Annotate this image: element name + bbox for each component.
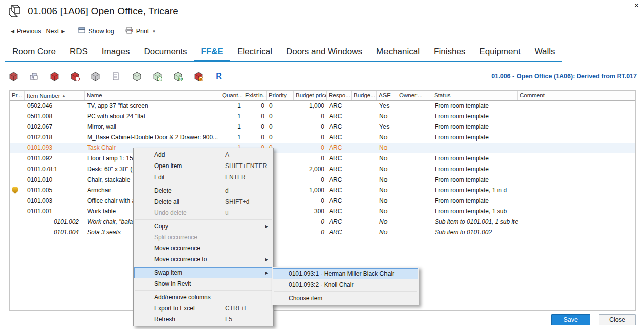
column-header-priority[interactable]: Priority	[267, 91, 294, 100]
table-row-0101-002[interactable]: 0101.002Work chair, "balance"0ARCNoSub i…	[10, 217, 635, 227]
table-row-0101-078-1[interactable]: 0101.078:1Desk: 60" x 30" (Lef2,000ARCNo…	[10, 164, 635, 175]
close-button[interactable]: Close	[599, 314, 636, 325]
submenu-item-0101-093-1-herman-miller-black-chair[interactable]: 0101.093:1 - Herman Miller Black Chair	[273, 268, 418, 279]
column-header-owner[interactable]: Owner:...	[397, 91, 432, 100]
cell-owner	[397, 196, 432, 206]
print-button[interactable]: Print ▾	[125, 27, 155, 35]
tab-room-core[interactable]: Room Core	[5, 42, 63, 61]
item-list-icon[interactable]	[29, 71, 39, 81]
template-item-icon[interactable]	[132, 71, 142, 81]
menu-item-shortcut: ENTER	[225, 174, 246, 181]
cell-budget	[352, 122, 377, 132]
table-row-0102-018[interactable]: 0102.018M_Base Cabinet-Double Door & 2 D…	[10, 132, 635, 143]
print-dropdown-caret-icon[interactable]: ▾	[153, 29, 155, 34]
menu-item-open-item[interactable]: Open itemSHIFT+ENTER	[134, 160, 273, 172]
next-arrow-icon[interactable]: ▶	[61, 29, 65, 34]
cell-pr	[10, 196, 25, 206]
cell-ase: No	[377, 196, 397, 206]
cell-ase: No	[377, 227, 397, 238]
submenu-item-choose-item[interactable]: Choose item	[273, 293, 418, 304]
table-row-0101-003[interactable]: 0101.003Office chair with ar0ARCNoFrom r…	[10, 196, 635, 206]
cell-status: From room template	[432, 164, 518, 175]
item-icon[interactable]	[8, 71, 18, 81]
occurrence-icon[interactable]	[49, 71, 59, 81]
tab-finishes[interactable]: Finishes	[427, 42, 472, 61]
menu-item-shortcut: SHIFT+d	[225, 198, 249, 205]
tab-images[interactable]: Images	[95, 42, 137, 61]
previous-arrow-icon[interactable]: ◀	[11, 29, 14, 34]
menu-separator	[135, 266, 272, 266]
remove-occurrence-icon[interactable]: −	[70, 71, 80, 81]
previous-button[interactable]: Previous	[17, 28, 41, 35]
table-row-0502-046[interactable]: 0502.046TV, app 37 "flat screen1001,000A…	[10, 101, 635, 111]
menu-item-swap-item[interactable]: Swap item▶	[134, 267, 273, 278]
menu-item-delete[interactable]: Deleted	[134, 185, 273, 196]
context-menu: AddAOpen itemSHIFT+ENTEREditENTERDeleted…	[133, 148, 274, 326]
submenu-item-0101-093-2-knoll-chair[interactable]: 0101.093:2 - Knoll Chair	[273, 279, 418, 290]
column-header-item-number[interactable]: Item Number▲	[25, 91, 85, 100]
cell-status: From room template, 1 sub	[432, 206, 518, 217]
tab-rds[interactable]: RDS	[63, 42, 95, 61]
tab-mechanical[interactable]: Mechanical	[369, 42, 427, 61]
column-header-budge[interactable]: Budge...	[352, 91, 377, 100]
cell-existing: 0	[243, 132, 267, 143]
cell-responsible: ARC	[327, 206, 352, 217]
table-row-0101-001[interactable]: 0101.001Work table300ARCNoFrom room temp…	[10, 206, 635, 217]
menu-item-move-occurrence-to[interactable]: Move occurrence to▶	[134, 254, 273, 265]
cell-budget	[352, 101, 377, 111]
menu-item-refresh[interactable]: RefreshF5	[134, 314, 273, 325]
menu-item-add[interactable]: AddA	[134, 149, 273, 160]
cell-owner	[397, 132, 432, 143]
cell-ase: No	[377, 164, 397, 175]
tab-documents[interactable]: Documents	[137, 42, 194, 61]
show-log-button[interactable]: Show log	[78, 27, 114, 35]
table-row-0501-008[interactable]: 0501.008PC with about 24 "flat1000ARCNoF…	[10, 111, 635, 122]
table-row-0102-067[interactable]: 0102.067Mirror, wall1000ARCYesFrom room …	[10, 122, 635, 132]
cell-quantity: 1	[220, 122, 243, 132]
save-button[interactable]: Save	[551, 314, 591, 325]
table-row-0101-092[interactable]: 0101.092Floor Lamp 1: 150 w0ARCNoFrom ro…	[10, 153, 635, 164]
revit-icon[interactable]: R	[214, 71, 224, 81]
table-row-0101-010[interactable]: 0101.010Chair, stackable0ARCNoFrom room …	[10, 175, 635, 185]
next-button[interactable]: Next	[46, 28, 59, 35]
document-icon[interactable]	[111, 71, 121, 81]
menu-item-copy[interactable]: Copy▶	[134, 221, 273, 232]
cell-name: PC with about 24 "flat	[85, 111, 220, 122]
tab-ff-e[interactable]: FF&E	[194, 42, 230, 61]
column-header-pr[interactable]: Pr...	[10, 91, 25, 100]
menu-item-export-to-excel[interactable]: Export to ExcelCTRL+E	[134, 303, 273, 314]
table-row-0101-005[interactable]: 0101.005Armchair1,000ARCNoFrom room temp…	[10, 185, 635, 196]
inactive-item-icon[interactable]	[90, 71, 100, 81]
tab-electrical[interactable]: Electrical	[230, 42, 279, 61]
menu-item-shortcut: F5	[225, 316, 232, 323]
column-header-respo[interactable]: Respo...	[327, 91, 352, 100]
tab-equipment[interactable]: Equipment	[472, 42, 527, 61]
table-row-0101-004[interactable]: 0101.004Sofa 3 seats0ARCNoSub item to 01…	[10, 227, 635, 238]
menu-item-move-occurrence[interactable]: Move occurrence	[134, 243, 273, 254]
column-header-budget-price[interactable]: Budget price	[294, 91, 327, 100]
menu-item-delete-all[interactable]: Delete allSHIFT+d	[134, 196, 273, 207]
navbar: ◀ Previous Next ▶ Show log Print ▾	[8, 27, 155, 35]
replace-item-icon[interactable]: ↻	[173, 71, 183, 81]
column-header-comment[interactable]: Comment	[518, 91, 635, 100]
menu-item-edit[interactable]: EditENTER	[134, 172, 273, 183]
window-close-button[interactable]: ×	[634, 2, 639, 10]
add-item-icon[interactable]: +	[152, 71, 162, 81]
delete-occurrence-icon[interactable]: ●	[193, 71, 203, 81]
cell-owner	[397, 164, 432, 175]
cell-budget-price: 0	[294, 217, 327, 227]
cell-owner	[397, 227, 432, 238]
menu-item-show-in-revit[interactable]: Show in Revit	[134, 278, 273, 289]
menu-item-shortcut: d	[225, 187, 229, 194]
derived-from-template-link[interactable]: 01.006 - Open Office (1A06): Derived fro…	[491, 73, 637, 80]
menu-item-add-remove-columns[interactable]: Add/remove columns	[134, 292, 273, 303]
tab-walls[interactable]: Walls	[528, 42, 562, 61]
column-header-status[interactable]: Status	[432, 91, 518, 100]
tab-doors-and-windows[interactable]: Doors and Windows	[279, 42, 369, 61]
table-row-0101-093[interactable]: 0101.093Task Chair1000ARCNo	[10, 143, 635, 153]
column-header-existin[interactable]: Existin...	[243, 91, 267, 100]
column-header-ase[interactable]: ASE	[377, 91, 397, 100]
column-header-quant[interactable]: Quant...	[220, 91, 243, 100]
submenu-item-label: 0101.093:2 - Knoll Chair	[289, 281, 353, 288]
column-header-name[interactable]: Name	[85, 91, 220, 100]
